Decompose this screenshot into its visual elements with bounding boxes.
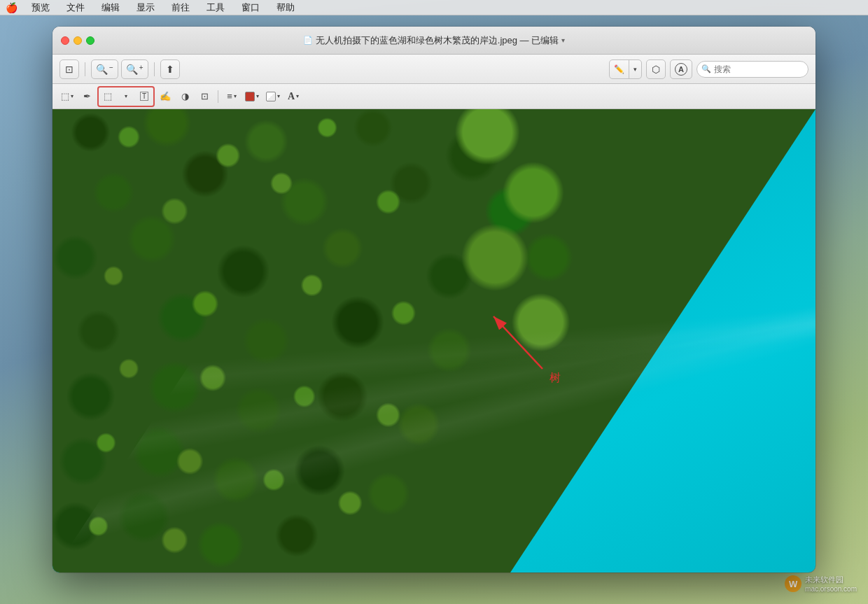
adjust-icon: ◑ <box>181 91 189 101</box>
line-chevron-icon: ▾ <box>234 93 237 99</box>
fill-color-icon <box>266 92 276 101</box>
title-text: 无人机拍摄下的蓝色湖和绿色树木繁茂的岸边.jpeg — 已编辑 <box>316 34 559 47</box>
font-button[interactable]: A ▾ <box>284 87 302 106</box>
fill-color-button[interactable]: ▾ <box>263 87 283 106</box>
select-rect-icon: ⬚ <box>61 91 69 101</box>
pen-group: ✏️ ▾ <box>609 59 642 79</box>
line-style-button[interactable]: ≡ ▾ <box>223 87 241 106</box>
toolbar-right-group: ✏️ ▾ ⬡ A 🔍 <box>609 59 808 79</box>
menu-preview[interactable]: 预览 <box>29 1 52 14</box>
adjust-tool-button[interactable]: ◑ <box>176 87 194 106</box>
window-title: 📄 无人机拍摄下的蓝色湖和绿色树木繁茂的岸边.jpeg — 已编辑 ▾ <box>303 34 565 47</box>
watermark-logo-text: W <box>789 579 797 589</box>
watermark-logo: W <box>785 575 802 592</box>
menu-tools[interactable]: 工具 <box>204 1 227 14</box>
chevron-icon[interactable]: ▾ <box>561 36 565 44</box>
zoom-in-icon: 🔍 <box>126 64 138 75</box>
zoom-out-icon: 🔍 <box>96 64 108 75</box>
pen-draw-button[interactable]: ✏️ <box>610 60 629 78</box>
pen-draw-icon: ✒ <box>83 91 91 101</box>
shape-dropdown-button[interactable]: ▾ <box>117 87 135 106</box>
crop-icon: ⊡ <box>201 91 209 101</box>
main-toolbar: ⊡ 🔍 − 🔍 + ⬆ ✏️ ▾ <box>52 55 816 84</box>
select-tool-button[interactable]: ⬚ ▾ <box>58 87 76 106</box>
fill-color-chevron-icon: ▾ <box>277 93 280 99</box>
text-box-button[interactable]: T <box>135 87 153 106</box>
zoom-out-minus: − <box>109 64 113 71</box>
apple-menu[interactable]: 🍎 <box>6 2 18 13</box>
crop-tool-button[interactable]: ⊡ <box>195 87 214 106</box>
annotation-toolbar: ⬚ ▾ ✒ ⬚ ▾ T ✍ ◑ ⊡ <box>52 84 816 109</box>
menu-help[interactable]: 帮助 <box>274 1 298 14</box>
watermark-line2: mac.orsoon.com <box>805 585 857 593</box>
font-icon: A <box>288 91 295 102</box>
text-box-icon: T <box>140 92 148 101</box>
select-chevron-icon: ▾ <box>71 93 74 99</box>
menu-go[interactable]: 前往 <box>169 1 192 14</box>
stamp-icon: ⬡ <box>652 64 660 75</box>
toolbar-sep-1 <box>85 62 85 76</box>
sign-tool-button[interactable]: ✍ <box>156 87 174 106</box>
pen-chevron-icon: ▾ <box>634 66 637 73</box>
shape-chevron-icon: ▾ <box>125 93 127 99</box>
border-color-button[interactable]: ▾ <box>242 87 262 106</box>
border-color-icon <box>245 92 255 101</box>
ann-sep-1 <box>218 90 218 103</box>
watermark-line1: 未来软件园 <box>805 575 857 585</box>
shape-button[interactable]: ⬚ <box>99 87 117 106</box>
image-area: 树 <box>52 109 816 573</box>
line-style-icon: ≡ <box>227 91 232 101</box>
zoom-in-button[interactable]: 🔍 + <box>121 59 148 79</box>
zoom-out-button[interactable]: 🔍 − <box>91 59 118 79</box>
font-chevron-icon: ▾ <box>296 93 299 99</box>
menu-file[interactable]: 文件 <box>64 1 88 14</box>
pen-dropdown-button[interactable]: ▾ <box>629 60 641 78</box>
zoom-in-plus: + <box>139 64 144 71</box>
close-button[interactable] <box>61 36 69 45</box>
titlebar: 📄 无人机拍摄下的蓝色湖和绿色树木繁茂的岸边.jpeg — 已编辑 ▾ <box>52 27 816 55</box>
circle-a-button[interactable]: A <box>670 59 692 79</box>
share-button[interactable]: ⬆ <box>160 59 180 79</box>
maximize-button[interactable] <box>86 36 94 45</box>
pen-icon: ✏️ <box>614 64 624 74</box>
file-icon: 📄 <box>303 36 313 45</box>
pen-tool-button[interactable]: ✒ <box>78 87 96 106</box>
watermark-text-group: 未来软件园 mac.orsoon.com <box>805 575 857 593</box>
sidebar-toggle-button[interactable]: ⊡ <box>59 59 79 79</box>
border-color-chevron-icon: ▾ <box>256 93 259 99</box>
preview-window: 📄 无人机拍摄下的蓝色湖和绿色树木繁茂的岸边.jpeg — 已编辑 ▾ ⊡ 🔍 … <box>52 27 816 573</box>
circle-a-icon: A <box>675 63 687 76</box>
menubar: 🍎 预览 文件 编辑 显示 前往 工具 窗口 帮助 <box>0 0 868 15</box>
desktop-watermark: W 未来软件园 mac.orsoon.com <box>785 575 857 593</box>
stamp-button[interactable]: ⬡ <box>646 59 666 79</box>
minimize-button[interactable] <box>74 36 82 45</box>
sign-icon: ✍ <box>160 91 171 101</box>
search-input[interactable] <box>696 61 808 78</box>
menu-window[interactable]: 窗口 <box>239 1 262 14</box>
toolbar-sep-2 <box>154 62 155 76</box>
shape-icon: ⬚ <box>104 91 112 101</box>
menu-edit[interactable]: 编辑 <box>99 1 122 14</box>
shape-group-active: ⬚ ▾ T <box>97 86 155 107</box>
sidebar-icon: ⊡ <box>65 64 74 75</box>
menu-view[interactable]: 显示 <box>134 1 158 14</box>
search-wrapper: 🔍 <box>696 61 808 78</box>
share-icon: ⬆ <box>166 64 174 75</box>
traffic-lights <box>61 36 94 45</box>
